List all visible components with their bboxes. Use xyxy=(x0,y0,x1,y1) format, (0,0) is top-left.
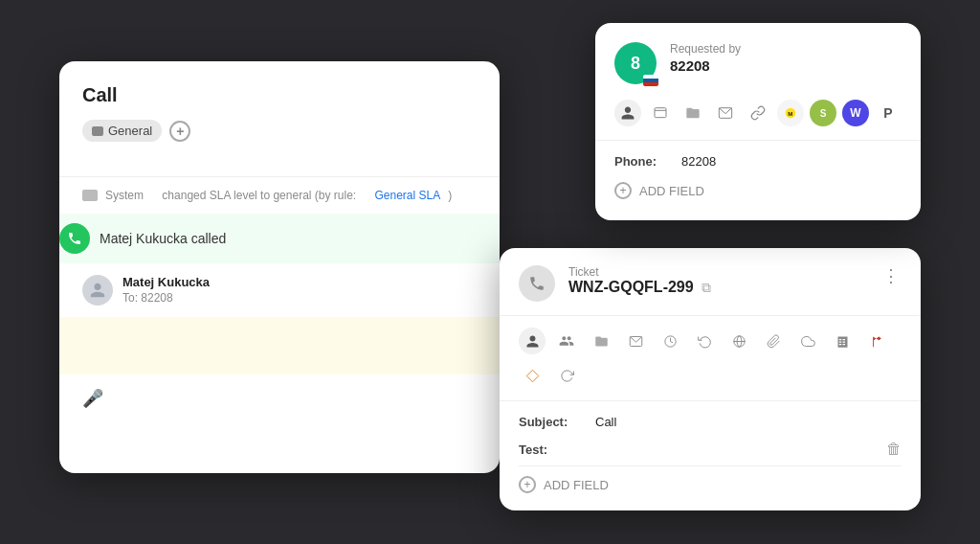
ticket-email-btn[interactable] xyxy=(622,328,649,354)
shopify-icon-btn[interactable]: S xyxy=(810,100,836,126)
ticket-diamond-btn[interactable] xyxy=(519,362,546,389)
folder-icon-btn[interactable] xyxy=(679,100,706,126)
ticket-type-label: Ticket xyxy=(568,265,711,279)
svg-rect-0 xyxy=(655,108,666,118)
ticket-header-left: Ticket WNZ-GQQFL-299 ⧉ xyxy=(519,265,711,302)
wordpress-label: W xyxy=(850,106,860,120)
mic-row: 🎤 xyxy=(82,374,477,409)
system-prefix: System xyxy=(105,189,144,202)
call-icon-circle xyxy=(59,223,90,254)
system-action: changed SLA level to general (by rule: xyxy=(162,189,356,202)
ticket-header: Ticket WNZ-GQQFL-299 ⧉ ⋮ xyxy=(500,248,921,316)
phone-value: 82208 xyxy=(681,154,716,169)
email-icon-btn[interactable] xyxy=(712,100,739,126)
person-icon-btn[interactable] xyxy=(614,100,641,126)
system-icon xyxy=(82,190,98,201)
ticket-id: WNZ-GQQFL-299 xyxy=(568,279,694,296)
system-suffix: ) xyxy=(448,189,452,202)
ticket-flag-btn[interactable] xyxy=(863,328,890,354)
to-line: To: 82208 xyxy=(122,291,210,305)
add-field-icon: + xyxy=(614,182,632,199)
ticket-add-field-text: ADD FIELD xyxy=(544,478,609,492)
link-icon-btn[interactable] xyxy=(745,100,771,126)
p-icon-btn[interactable]: P xyxy=(875,100,902,126)
right-top-panel: 8 Requested by 82208 xyxy=(595,23,921,220)
svg-text:M: M xyxy=(788,111,792,117)
ticket-history-btn[interactable] xyxy=(691,328,718,354)
flag-badge xyxy=(643,75,658,86)
subject-value: Call xyxy=(595,415,616,429)
shopify-label: S xyxy=(820,108,827,119)
mic-icon: 🎤 xyxy=(82,388,103,409)
contact-info: Requested by 82208 xyxy=(670,42,741,74)
right-bottom-panel: Ticket WNZ-GQQFL-299 ⧉ ⋮ xyxy=(500,248,921,510)
tag-icon xyxy=(92,126,103,136)
left-panel: Call General + System changed SLA level … xyxy=(59,61,500,473)
call-event-text: Matej Kukucka called xyxy=(100,231,226,246)
contact-icon-toolbar: M S W P xyxy=(595,100,921,141)
phone-gray-icon xyxy=(528,275,546,292)
ticket-refresh-btn[interactable] xyxy=(553,362,580,389)
system-message: System changed SLA level to general (by … xyxy=(82,177,477,214)
contact-avatar: 8 xyxy=(614,42,657,84)
tag-row: General + xyxy=(82,120,477,142)
phone-icon xyxy=(67,231,82,246)
ticket-call-icon xyxy=(519,265,555,302)
add-field-text: ADD FIELD xyxy=(639,184,704,198)
general-tag[interactable]: General xyxy=(82,120,162,142)
ticket-add-icon: + xyxy=(519,476,536,493)
ticket-globe-btn[interactable] xyxy=(725,328,752,354)
mailchimp-icon-btn[interactable]: M xyxy=(777,100,804,126)
contact-header: 8 Requested by 82208 xyxy=(595,23,921,100)
window-icon-btn[interactable] xyxy=(647,100,674,126)
ticket-cloud-btn[interactable] xyxy=(794,328,821,354)
call-event-row: Matej Kukucka called xyxy=(59,214,500,263)
ticket-info: Ticket WNZ-GQQFL-299 ⧉ xyxy=(568,265,711,296)
wordpress-icon-btn[interactable]: W xyxy=(842,100,869,126)
test-label: Test: xyxy=(519,442,586,457)
panel-title: Call xyxy=(82,84,477,106)
copy-icon[interactable]: ⧉ xyxy=(702,280,711,296)
phone-label: Phone: xyxy=(614,154,672,169)
avatar-person xyxy=(82,275,113,306)
ticket-person-btn[interactable] xyxy=(519,328,546,354)
subject-label: Subject: xyxy=(519,415,586,429)
tag-label: General xyxy=(108,124,152,138)
three-dots-menu[interactable]: ⋮ xyxy=(882,265,902,286)
ticket-folder-btn[interactable] xyxy=(588,328,614,354)
ticket-attach-btn[interactable] xyxy=(760,328,787,354)
p-label: P xyxy=(883,105,892,121)
ticket-toolbar xyxy=(500,316,921,401)
trash-icon[interactable]: 🗑 xyxy=(886,441,902,458)
slovakia-flag xyxy=(643,75,658,86)
test-field-row: Test: 🗑 xyxy=(519,441,902,458)
svg-marker-9 xyxy=(526,370,539,382)
contact-fields: Phone: 82208 + ADD FIELD xyxy=(595,141,921,220)
phone-field-row: Phone: 82208 xyxy=(614,154,902,169)
yellow-block xyxy=(59,317,500,374)
message-content: Matej Kukucka To: 82208 xyxy=(122,275,210,305)
ticket-clock-btn[interactable] xyxy=(657,328,683,354)
add-field-row[interactable]: + ADD FIELD xyxy=(614,178,902,207)
ticket-id-row: WNZ-GQQFL-299 ⧉ xyxy=(568,279,711,296)
sla-link[interactable]: General SLA xyxy=(375,189,441,202)
add-tag-button[interactable]: + xyxy=(169,121,190,142)
ticket-add-field[interactable]: + ADD FIELD xyxy=(519,465,902,497)
avatar-number-text: 8 xyxy=(631,54,640,74)
contact-id: 82208 xyxy=(670,57,741,74)
requested-by-label: Requested by xyxy=(670,42,741,57)
subject-field-row: Subject: Call xyxy=(519,415,902,429)
ticket-building-btn[interactable] xyxy=(829,328,856,354)
sender-name: Matej Kukucka xyxy=(122,275,210,289)
message-row: Matej Kukucka To: 82208 xyxy=(82,263,477,317)
ticket-fields: Subject: Call Test: 🗑 + ADD FIELD xyxy=(500,401,921,510)
ticket-people-btn[interactable] xyxy=(553,328,580,354)
